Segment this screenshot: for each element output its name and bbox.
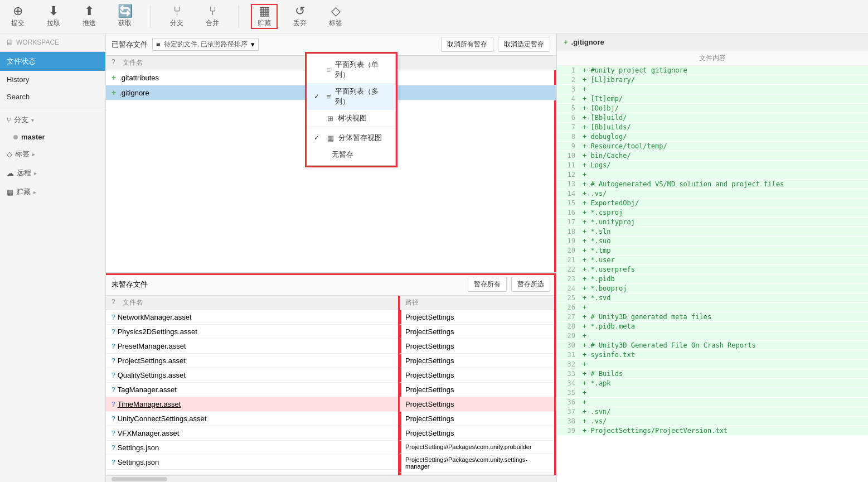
unstaged-row-8[interactable]: ? VFXManager.asset — [106, 426, 399, 441]
cancel-all-staged-button[interactable]: 取消所有暂存 — [441, 37, 493, 52]
unstaged-row-5[interactable]: ? TagManager.asset — [106, 383, 399, 397]
diff-line-number: 39 — [557, 426, 579, 435]
diff-line-content: + *.user — [579, 256, 868, 264]
diff-line-number: 35 — [557, 388, 579, 397]
branch-section-icon: ⑂ — [7, 116, 11, 124]
unstaged-path-row-1[interactable]: ProjectSettings — [400, 325, 556, 339]
dropdown-item-flat-multi[interactable]: ✓ ≡ 平面列表（多列） — [307, 83, 395, 110]
diff-line-number: 34 — [557, 379, 579, 388]
toolbar-stash[interactable]: ▦ 贮藏 — [252, 5, 277, 28]
diff-line-content: + # Builds — [579, 369, 868, 378]
diff-line-content: + — [579, 85, 868, 94]
horizontal-scrollbar[interactable] — [106, 475, 556, 482]
sidebar-section-branch[interactable]: ⑂ 分支 ▾ — [0, 110, 105, 129]
toolbar-merge[interactable]: ⑂ 合并 — [200, 5, 225, 28]
diff-line-content: + *.svd — [579, 293, 868, 302]
diff-line-number: 24 — [557, 284, 579, 293]
toolbar-pull[interactable]: ⬇ 拉取 — [41, 5, 66, 28]
toolbar-fetch[interactable]: 🔄 获取 — [113, 5, 137, 28]
dropdown-icon-flat-multi: ≡ — [327, 93, 331, 101]
diff-line: 30+ # Unity3D Generated File On Crash Re… — [557, 341, 868, 350]
dropdown-item-tree[interactable]: ⊞ 树状视图 — [307, 110, 395, 127]
unstaged-row-6[interactable]: ? TimeManager.asset — [106, 397, 399, 412]
stash-selected-button[interactable]: 暂存所选 — [511, 277, 550, 292]
sidebar-item-history[interactable]: History — [0, 71, 105, 88]
sidebar-branch-master[interactable]: master — [0, 129, 105, 144]
diff-line-content: + *.tmp — [579, 246, 868, 255]
unstaged-row-1[interactable]: ? Physics2DSettings.asset — [106, 325, 399, 339]
diff-content-area[interactable]: 1+ #unity project gitignore2+ [Ll]ibrary… — [557, 66, 868, 482]
dropdown-item-no-stash[interactable]: 无暂存 — [307, 146, 395, 163]
cancel-selected-staged-button[interactable]: 取消选定暂存 — [498, 37, 550, 52]
toolbar-tag[interactable]: ◇ 标签 — [323, 5, 348, 28]
tag-chevron: ▸ — [32, 151, 35, 157]
unstaged-icon-9: ? — [111, 444, 115, 452]
sidebar-section-remote[interactable]: ☁ 远程 ▸ — [0, 163, 105, 182]
sidebar-section-stash[interactable]: ▦ 贮藏 ▸ — [0, 182, 105, 201]
staged-actions: 取消所有暂存 取消选定暂存 — [441, 37, 550, 52]
unstaged-table-header: ? 文件名 — [106, 296, 399, 310]
toolbar-discard[interactable]: ↺ 丢弃 — [288, 5, 312, 28]
unstaged-header: 未暂存文件 暂存所有 暂存所选 — [106, 273, 556, 296]
dropdown-label-no-stash: 无暂存 — [332, 150, 353, 160]
unstaged-row-3[interactable]: ? ProjectSettings.asset — [106, 354, 399, 368]
unstaged-row-9[interactable]: ? Settings.json — [106, 441, 399, 455]
diff-line: 18+ *.sln — [557, 227, 868, 237]
unstaged-path-row-4[interactable]: ProjectSettings — [400, 368, 556, 383]
unstaged-path-row-6[interactable]: ProjectSettings — [400, 397, 556, 412]
unstaged-row-4[interactable]: ? QualitySettings.asset — [106, 368, 399, 383]
dropdown-check-flat-multi: ✓ — [314, 93, 322, 100]
sidebar-item-search[interactable]: Search — [0, 88, 105, 105]
unstaged-row-10[interactable]: ? Settings.json — [106, 455, 399, 470]
unstaged-row-7[interactable]: ? UnityConnectSettings.asset — [106, 412, 399, 426]
unstaged-path-list: 路径 ProjectSettings ProjectSettings Proje… — [400, 296, 556, 475]
diff-line-number: 27 — [557, 312, 579, 321]
unstaged-path-header-label: 路径 — [405, 298, 419, 307]
unstaged-icon-2: ? — [111, 343, 115, 350]
unstaged-section: 未暂存文件 暂存所有 暂存所选 ? 文件名 ? Networ — [106, 273, 556, 482]
dropdown-item-split-stash[interactable]: ✓ ▦ 分体暂存视图 — [307, 129, 395, 146]
diff-line-content: + *.unityproj — [579, 218, 868, 226]
dropdown-divider — [307, 128, 395, 128]
unstaged-row-2[interactable]: ? PresetManager.asset — [106, 339, 399, 354]
sidebar-section-tag[interactable]: ◇ 标签 ▸ — [0, 144, 105, 163]
stash-all-button[interactable]: 暂存所有 — [468, 277, 507, 292]
diff-line: 20+ *.tmp — [557, 246, 868, 256]
diff-line: 13+ # Autogenerated VS/MD solution and p… — [557, 180, 868, 189]
dropdown-item-flat-single[interactable]: ≡ 平面列表（单列） — [307, 56, 395, 83]
unstaged-path-row-9[interactable]: ProjectSettings\Packages\com.unity.probu… — [400, 441, 556, 454]
diff-line-number: 15 — [557, 199, 579, 208]
unstaged-path-7: ProjectSettings — [405, 414, 454, 423]
discard-icon: ↺ — [295, 5, 305, 17]
unstaged-path-row-2[interactable]: ProjectSettings — [400, 339, 556, 354]
main-layout: 🖥 WORKSPACE 文件状态 History Search ⑂ 分支 ▾ m… — [0, 33, 868, 482]
remote-section-label: 远程 — [17, 168, 31, 178]
diff-line: 31+ sysinfo.txt — [557, 350, 868, 360]
toolbar-push[interactable]: ⬆ 推送 — [77, 5, 101, 28]
diff-line: 6+ [Bb]uild/ — [557, 113, 868, 123]
toolbar-branch[interactable]: ⑂ 分支 — [164, 5, 189, 28]
sidebar-item-file-status[interactable]: 文件状态 — [0, 52, 105, 71]
diff-line-number: 19 — [557, 237, 579, 245]
unstaged-path-row-7[interactable]: ProjectSettings — [400, 412, 556, 426]
diff-line-number: 7 — [557, 123, 579, 132]
workspace-header: 🖥 WORKSPACE — [0, 33, 105, 52]
scrollbar-thumb[interactable] — [111, 477, 167, 481]
unstaged-path-row-8[interactable]: ProjectSettings — [400, 426, 556, 441]
app-container: ⊕ 提交 ⬇ 拉取 ⬆ 推送 🔄 获取 ⑂ 分支 ⑂ 合并 ▦ 贮藏 — [0, 0, 868, 482]
unstaged-path-row-3[interactable]: ProjectSettings — [400, 354, 556, 368]
unstaged-path-row-0[interactable]: ProjectSettings — [400, 310, 556, 325]
diff-line: 24+ *.booproj — [557, 284, 868, 293]
unstaged-path-row-10[interactable]: ProjectSettings\Packages\com.unity.setti… — [400, 454, 556, 473]
unstaged-title: 未暂存文件 — [111, 279, 148, 290]
toolbar-commit[interactable]: ⊕ 提交 — [6, 5, 30, 28]
diff-line-content: + Logs/ — [579, 161, 868, 170]
unstaged-path-row-5[interactable]: ProjectSettings — [400, 383, 556, 397]
diff-line: 22+ *.userprefs — [557, 265, 868, 274]
unstaged-icon-6: ? — [111, 401, 115, 408]
staged-header: 已暂存文件 ≡ 待定的文件, 已依照路径排序 ▾ 取消所有暂存 取消选定暂存 — [106, 33, 556, 56]
diff-line-content: + — [579, 303, 868, 312]
view-toggle-button[interactable]: ≡ 待定的文件, 已依照路径排序 ▾ — [152, 38, 259, 51]
diff-line-number: 2 — [557, 75, 579, 84]
unstaged-row-0[interactable]: ? NetworkManager.asset — [106, 310, 399, 325]
